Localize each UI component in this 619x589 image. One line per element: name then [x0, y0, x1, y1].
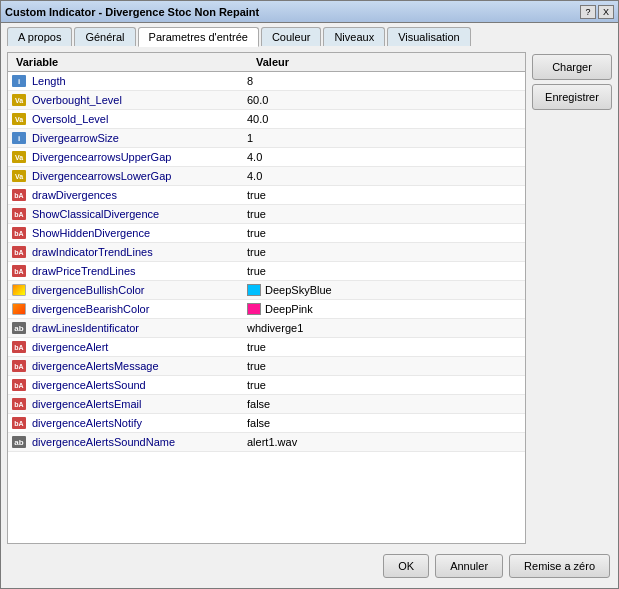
table-row[interactable]: bA divergenceAlert true [8, 338, 525, 357]
row-value: true [243, 207, 525, 221]
tab-visualisation[interactable]: Visualisation [387, 27, 471, 46]
row-value: whdiverge1 [243, 321, 525, 335]
table-row[interactable]: i DivergearrowSize 1 [8, 129, 525, 148]
table-row[interactable]: divergenceBullishColor DeepSkyBlue [8, 281, 525, 300]
row-name: drawDivergences [28, 188, 243, 202]
tab-niveaux[interactable]: Niveaux [323, 27, 385, 46]
icon-val: Va [10, 111, 28, 127]
row-value: 40.0 [243, 112, 525, 126]
row-value: false [243, 416, 525, 430]
title-bar-buttons: ? X [580, 5, 614, 19]
row-name: DivergencearrowsUpperGap [28, 150, 243, 164]
icon-bool: bA [10, 225, 28, 241]
table-row[interactable]: Va DivergencearrowsLowerGap 4.0 [8, 167, 525, 186]
icon-color-bullish [10, 282, 28, 298]
icon-bool: bA [10, 358, 28, 374]
table-header: Variable Valeur [8, 53, 525, 72]
icon-str: ab [10, 434, 28, 450]
table-row[interactable]: Va Overbought_Level 60.0 [8, 91, 525, 110]
window-title: Custom Indicator - Divergence Stoc Non R… [5, 6, 259, 18]
row-value: true [243, 340, 525, 354]
row-value: true [243, 188, 525, 202]
row-value: 4.0 [243, 169, 525, 183]
row-name: divergenceAlertsEmail [28, 397, 243, 411]
row-name: divergenceAlertsSoundName [28, 435, 243, 449]
tabs-bar: A propos Général Parametres d'entrée Cou… [1, 23, 618, 46]
row-name: DivergencearrowsLowerGap [28, 169, 243, 183]
remise-button[interactable]: Remise a zéro [509, 554, 610, 578]
tab-general[interactable]: Général [74, 27, 135, 46]
table-row[interactable]: bA drawDivergences true [8, 186, 525, 205]
col-variable-header: Variable [12, 55, 252, 69]
row-name: drawLinesIdentificator [28, 321, 243, 335]
row-name: divergenceAlertsNotify [28, 416, 243, 430]
table-row[interactable]: bA divergenceAlertsMessage true [8, 357, 525, 376]
icon-bool: bA [10, 206, 28, 222]
icon-bool: bA [10, 415, 28, 431]
close-button[interactable]: X [598, 5, 614, 19]
icon-color-bearish [10, 301, 28, 317]
table-row[interactable]: divergenceBearishColor DeepPink [8, 300, 525, 319]
tab-apropos[interactable]: A propos [7, 27, 72, 46]
color-label-bullish: DeepSkyBlue [265, 284, 332, 296]
row-name: Oversold_Level [28, 112, 243, 126]
row-value: DeepPink [243, 302, 525, 316]
color-swatch-bullish [247, 284, 261, 296]
main-panel: Variable Valeur i Length 8 Va Overbought… [7, 52, 612, 544]
row-value: DeepSkyBlue [243, 283, 525, 297]
side-buttons: Charger Enregistrer [532, 52, 612, 544]
row-value: true [243, 378, 525, 392]
ok-button[interactable]: OK [383, 554, 429, 578]
table-row[interactable]: ab drawLinesIdentificator whdiverge1 [8, 319, 525, 338]
tab-couleur[interactable]: Couleur [261, 27, 322, 46]
row-name: drawIndicatorTrendLines [28, 245, 243, 259]
row-value: true [243, 264, 525, 278]
table-row[interactable]: i Length 8 [8, 72, 525, 91]
table-row[interactable]: bA ShowHiddenDivergence true [8, 224, 525, 243]
row-value: 4.0 [243, 150, 525, 164]
table-row[interactable]: bA ShowClassicalDivergence true [8, 205, 525, 224]
table-row[interactable]: bA divergenceAlertsNotify false [8, 414, 525, 433]
annuler-button[interactable]: Annuler [435, 554, 503, 578]
row-value: 1 [243, 131, 525, 145]
row-name: Overbought_Level [28, 93, 243, 107]
table-row[interactable]: Va DivergencearrowsUpperGap 4.0 [8, 148, 525, 167]
table-row[interactable]: Va Oversold_Level 40.0 [8, 110, 525, 129]
row-name: ShowHiddenDivergence [28, 226, 243, 240]
icon-int: i [10, 130, 28, 146]
main-window: Custom Indicator - Divergence Stoc Non R… [0, 0, 619, 589]
icon-val: Va [10, 168, 28, 184]
row-name: DivergearrowSize [28, 131, 243, 145]
icon-bool: bA [10, 339, 28, 355]
tab-parametres[interactable]: Parametres d'entrée [138, 27, 259, 47]
table-row[interactable]: bA drawPriceTrendLines true [8, 262, 525, 281]
enregistrer-button[interactable]: Enregistrer [532, 84, 612, 110]
row-name: divergenceAlertsMessage [28, 359, 243, 373]
title-bar: Custom Indicator - Divergence Stoc Non R… [1, 1, 618, 23]
icon-bool: bA [10, 396, 28, 412]
icon-bool: bA [10, 244, 28, 260]
table-row[interactable]: bA divergenceAlertsSound true [8, 376, 525, 395]
row-name: divergenceAlert [28, 340, 243, 354]
row-value: true [243, 226, 525, 240]
icon-bool: bA [10, 263, 28, 279]
content-area: Variable Valeur i Length 8 Va Overbought… [1, 46, 618, 588]
row-value: alert1.wav [243, 435, 525, 449]
icon-val: Va [10, 149, 28, 165]
row-value: true [243, 359, 525, 373]
bottom-buttons: OK Annuler Remise a zéro [7, 550, 612, 582]
icon-bool: bA [10, 187, 28, 203]
row-name: divergenceBearishColor [28, 302, 243, 316]
table-row[interactable]: ab divergenceAlertsSoundName alert1.wav [8, 433, 525, 452]
color-label-bearish: DeepPink [265, 303, 313, 315]
row-value: true [243, 245, 525, 259]
row-value: false [243, 397, 525, 411]
table-row[interactable]: bA divergenceAlertsEmail false [8, 395, 525, 414]
parameters-table: Variable Valeur i Length 8 Va Overbought… [7, 52, 526, 544]
icon-val: Va [10, 92, 28, 108]
row-name: divergenceBullishColor [28, 283, 243, 297]
table-row[interactable]: bA drawIndicatorTrendLines true [8, 243, 525, 262]
row-name: drawPriceTrendLines [28, 264, 243, 278]
help-button[interactable]: ? [580, 5, 596, 19]
charger-button[interactable]: Charger [532, 54, 612, 80]
